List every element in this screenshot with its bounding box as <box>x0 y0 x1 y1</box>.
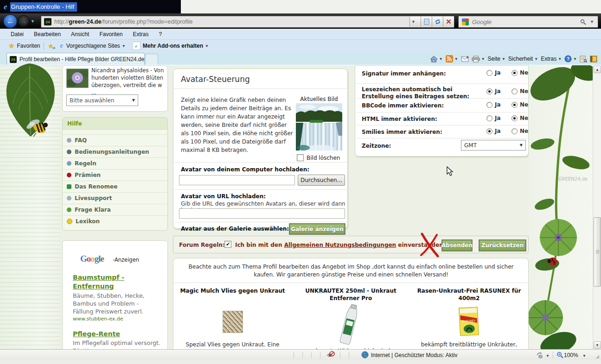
product-title[interactable]: Rasen-Unkraut-Frei RASUNEX für 400m2 <box>415 287 524 303</box>
gallery-button[interactable]: Galerie anzeigen <box>289 224 345 234</box>
plant-select[interactable]: Bitte auswählen▼ <box>66 94 138 106</box>
menu-bar: Datei Bearbeiten Ansicht Favoriten Extra… <box>0 29 601 40</box>
timezone-select[interactable]: GMT▼ <box>461 140 526 151</box>
product-title[interactable]: Magic Mulch Vlies gegen Unkraut <box>178 287 287 303</box>
sidebar-item-frage-klara[interactable]: Frage Klara <box>63 204 167 216</box>
chevron-down-icon[interactable]: ▼ <box>582 354 586 358</box>
ad-url[interactable]: www.stubben-ex.de <box>73 316 123 322</box>
rules-checkbox[interactable] <box>224 241 231 248</box>
rss-button[interactable]: ▼ <box>446 55 458 63</box>
vine-graphic-icon <box>529 65 593 350</box>
chevron-down-icon[interactable]: ▼ <box>454 57 458 61</box>
radio-ja[interactable]: Ja <box>486 101 501 108</box>
ad-link[interactable]: Baumstumpf - Entfernung <box>73 273 156 291</box>
bee-icon <box>24 115 52 138</box>
browser-window: e Gruppen-Kontrolle - Hilf ← → ▼ 24 http… <box>0 0 601 364</box>
google-ads-box: Google -Anzeigen Baumstumpf - Entfernung… <box>62 240 168 350</box>
menu-bearbeiten[interactable]: Bearbeiten <box>30 30 65 39</box>
teaser-text[interactable]: Nicandra physaloides - Von hunderten vio… <box>91 67 166 96</box>
sidebar-item-das-renomee[interactable]: Das Renomee <box>63 181 167 193</box>
chevron-down-icon[interactable]: ▼ <box>205 44 209 48</box>
compatibility-view-icon[interactable] <box>421 17 432 27</box>
chevron-down-icon[interactable]: ▼ <box>481 57 485 61</box>
product-image <box>223 311 243 333</box>
help-button[interactable]: ? ▼ <box>564 55 577 63</box>
sidebar-item-regeln[interactable]: Regeln <box>63 158 167 169</box>
chevron-down-icon[interactable]: ▼ <box>439 57 443 61</box>
print-button[interactable]: ▼ <box>472 56 485 63</box>
radio-ja[interactable]: Ja <box>486 69 501 76</box>
menu-datei[interactable]: Datei <box>6 30 28 39</box>
ad-link[interactable]: Pflege-Rente <box>73 330 156 339</box>
radio-ja[interactable]: Ja <box>486 128 501 134</box>
chevron-down-icon[interactable]: ▼ <box>573 57 577 61</box>
upload-url-input[interactable] <box>179 208 345 219</box>
url-text[interactable]: http://green-24.de/forum/profile.php?mod… <box>54 19 409 25</box>
delete-image-checkbox[interactable] <box>297 154 304 161</box>
menu-extras[interactable]: Extras <box>128 30 153 39</box>
search-magnifier-icon[interactable] <box>580 19 586 25</box>
history-dropdown-icon[interactable]: ▼ <box>31 19 35 24</box>
upload-file-input[interactable] <box>179 175 295 185</box>
terms-link[interactable]: Allgemeinen Nutzungsbedingungen <box>284 242 396 248</box>
sidebar-item-bedienungsanleitungen[interactable]: Bedienungsanleitungen <box>63 146 167 158</box>
seite-menu[interactable]: Seite▼ <box>488 56 505 62</box>
scrollbar-thumb[interactable] <box>594 217 601 287</box>
divider <box>356 112 528 113</box>
zone-status-text: Internet | Geschützter Modus: Aktiv <box>371 352 458 358</box>
resize-grip[interactable] <box>595 355 600 359</box>
scroll-up-icon[interactable]: ▲ <box>594 66 601 73</box>
premium-icon <box>67 173 71 177</box>
browse-button[interactable]: Durchsuchen... <box>298 175 345 186</box>
favorites-star-icon[interactable]: ★ <box>8 42 14 50</box>
forum-rules-bar: Forum Regeln: * Ich bin mit den Allgemei… <box>173 236 529 253</box>
separator <box>294 351 294 358</box>
vertical-scrollbar[interactable]: ▲ ▼ <box>593 65 601 350</box>
back-button[interactable]: ← <box>3 14 17 28</box>
sidebar-item-livesupport[interactable]: Livesupport <box>63 193 167 204</box>
sidebar-item-lexikon[interactable]: Lexikon <box>63 216 167 227</box>
privacy-blocked-icon[interactable] <box>326 351 335 359</box>
refresh-icon[interactable] <box>432 17 443 27</box>
search-placeholder[interactable]: Google <box>472 19 580 25</box>
chevron-down-icon[interactable]: ▼ <box>122 44 126 48</box>
window-title: Gruppen-Kontrolle - Hilf <box>10 2 77 12</box>
divider <box>174 162 347 163</box>
panels-button[interactable] <box>590 56 597 63</box>
address-dropdown-icon[interactable]: ▼ <box>409 17 421 27</box>
divider <box>63 130 167 135</box>
sidebar-item-praemien[interactable]: Prämien <box>63 169 167 181</box>
read-mail-button[interactable] <box>461 56 469 62</box>
search-dropdown-icon[interactable]: ▼ <box>590 19 594 24</box>
separator <box>340 351 340 358</box>
reset-button[interactable]: Zurücksetzen <box>479 240 526 251</box>
stop-icon[interactable]: ✕ <box>443 17 454 27</box>
home-button[interactable]: ▼ <box>430 56 443 63</box>
svg-text:?: ? <box>567 56 569 62</box>
menu-favoriten[interactable]: Favoriten <box>95 30 127 39</box>
submit-button[interactable]: Absenden <box>442 240 472 251</box>
search-box[interactable]: Google ▼ <box>458 16 598 28</box>
menu-ansicht[interactable]: Ansicht <box>67 30 93 39</box>
radio-ja[interactable]: Ja <box>486 115 501 121</box>
extras-menu[interactable]: Extras▼ <box>541 56 562 62</box>
more-addons[interactable]: Mehr Add-ons erhalten <box>143 43 203 49</box>
product-title[interactable]: UNKRAUTEX 250ml - Unkraut Entferner Pro <box>296 287 405 303</box>
forward-button[interactable]: → <box>18 15 30 27</box>
address-bar[interactable]: 24 http://green-24.de/forum/profile.php?… <box>41 16 454 28</box>
favorites-label[interactable]: Favoriten <box>17 43 40 49</box>
menu-hilfe[interactable]: ? <box>154 30 166 39</box>
sicherheit-menu[interactable]: Sicherheit▼ <box>508 56 538 62</box>
suggested-sites[interactable]: Vorgeschlagene Sites <box>66 43 120 49</box>
scroll-down-icon[interactable]: ▼ <box>594 341 601 349</box>
research-button[interactable] <box>580 56 587 63</box>
radio-ja[interactable]: Ja <box>486 88 501 94</box>
chevron-down-icon[interactable]: ▼ <box>546 354 550 358</box>
hilfe-menu: Hilfe FAQ Bedienungsanleitungen Regeln P… <box>62 117 168 231</box>
zoom-level[interactable]: 100% <box>564 352 578 358</box>
shop-panel: Beachte auch zum Thema Profil bearbeiten… <box>173 258 529 350</box>
new-tab-stub[interactable] <box>145 54 158 65</box>
protected-mode-icon[interactable] <box>536 351 543 358</box>
zoom-magnifier-icon[interactable] <box>556 351 563 358</box>
sidebar-item-faq[interactable]: FAQ <box>63 135 167 146</box>
